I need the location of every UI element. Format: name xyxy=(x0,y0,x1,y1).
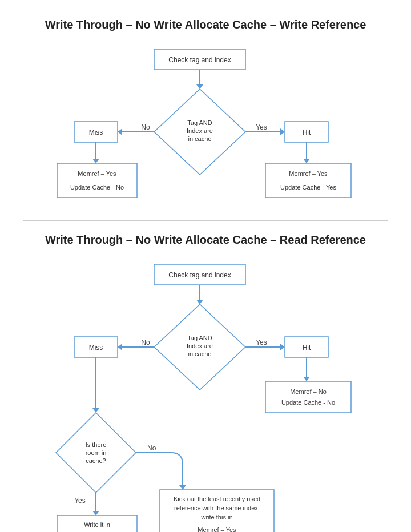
svg-text:Index are: Index are xyxy=(187,127,213,134)
svg-marker-14 xyxy=(92,159,99,163)
svg-text:Hit: Hit xyxy=(303,128,311,136)
svg-text:No: No xyxy=(141,123,150,131)
svg-text:Memref – No: Memref – No xyxy=(290,388,327,395)
svg-text:in cache: in cache xyxy=(188,350,212,357)
svg-text:Memref – Yes: Memref – Yes xyxy=(198,526,236,532)
svg-marker-20 xyxy=(280,128,285,135)
svg-text:in cache: in cache xyxy=(188,135,212,142)
svg-text:Check tag and index: Check tag and index xyxy=(168,56,231,64)
svg-text:No: No xyxy=(141,338,150,346)
svg-marker-38 xyxy=(118,344,122,350)
svg-marker-66 xyxy=(92,511,99,515)
svg-marker-31 xyxy=(196,300,203,304)
svg-marker-10 xyxy=(118,128,122,135)
svg-text:reference with the same index,: reference with the same index, xyxy=(174,505,260,511)
svg-text:Is there: Is there xyxy=(86,441,107,448)
svg-text:Miss: Miss xyxy=(89,344,103,352)
svg-text:Update Cache - Yes: Update Cache - Yes xyxy=(280,184,336,191)
section-divider xyxy=(23,220,388,221)
svg-text:Hit: Hit xyxy=(303,344,311,352)
section2-title: Write Through – No Write Allocate Cache … xyxy=(23,232,388,247)
svg-rect-48 xyxy=(265,381,351,413)
svg-text:No: No xyxy=(147,444,156,452)
diagram2: Check tag and index Tag AND Index are in… xyxy=(23,259,388,532)
svg-text:Memref – Yes: Memref – Yes xyxy=(78,170,116,177)
svg-text:Check tag and index: Check tag and index xyxy=(168,271,231,279)
svg-text:Tag AND: Tag AND xyxy=(187,119,212,126)
svg-marker-43 xyxy=(280,344,285,350)
svg-text:Yes: Yes xyxy=(256,338,267,346)
svg-text:Update Cache - No: Update Cache - No xyxy=(70,184,124,191)
svg-text:cache?: cache? xyxy=(86,457,106,464)
svg-rect-15 xyxy=(57,163,137,198)
svg-text:Yes: Yes xyxy=(74,497,86,505)
svg-text:Kick out the least recently us: Kick out the least recently used xyxy=(174,495,260,502)
svg-text:Tag AND: Tag AND xyxy=(187,334,212,341)
svg-marker-3 xyxy=(196,84,203,89)
svg-text:room in: room in xyxy=(86,449,107,456)
svg-text:Write it in: Write it in xyxy=(84,521,110,528)
svg-text:Update Cache - No: Update Cache - No xyxy=(281,399,335,406)
svg-marker-47 xyxy=(303,377,310,381)
diagram1: Check tag and index Tag AND Index are in… xyxy=(23,43,388,209)
svg-marker-52 xyxy=(92,408,99,413)
svg-marker-58 xyxy=(179,485,186,490)
svg-text:Yes: Yes xyxy=(256,123,267,131)
svg-text:Memref – Yes: Memref – Yes xyxy=(289,170,328,177)
svg-rect-25 xyxy=(265,163,351,198)
svg-text:write this in: write this in xyxy=(200,514,232,521)
svg-text:Miss: Miss xyxy=(89,128,103,136)
svg-text:Index are: Index are xyxy=(187,342,213,349)
svg-marker-24 xyxy=(303,159,310,163)
section1-title: Write Through – No Write Allocate Cache … xyxy=(23,17,388,32)
